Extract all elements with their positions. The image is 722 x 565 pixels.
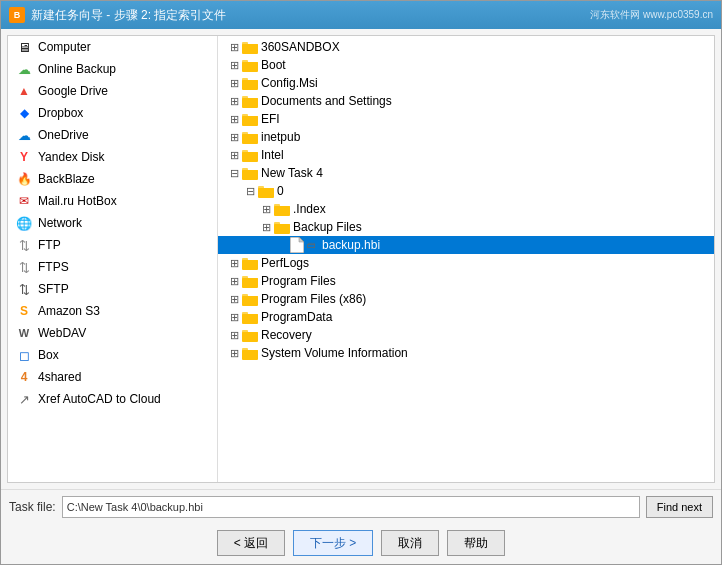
dropbox-icon [16, 105, 32, 121]
sidebar-item-box[interactable]: Box [8, 344, 217, 366]
tree-item-360sandbox[interactable]: 360SANDBOX [218, 38, 714, 56]
sidebar-label-amazon-s3: Amazon S3 [38, 304, 100, 318]
expander-backup-files[interactable] [258, 219, 274, 235]
task-file-input[interactable] [62, 496, 640, 518]
tree-item-efi[interactable]: EFI [218, 110, 714, 128]
tree-item-boot[interactable]: Boot [218, 56, 714, 74]
sidebar-label-network: Network [38, 216, 82, 230]
network-icon [16, 215, 32, 231]
tree-item-recovery[interactable]: Recovery [218, 326, 714, 344]
expander-recovery[interactable] [226, 327, 242, 343]
sidebar-item-webdav[interactable]: WebDAV [8, 322, 217, 344]
folder-icon [242, 274, 258, 288]
sidebar-item-yandex-disk[interactable]: Yandex Disk [8, 146, 217, 168]
sidebar-item-online-backup[interactable]: Online Backup [8, 58, 217, 80]
svg-marker-33 [290, 237, 304, 253]
sidebar-label-google-drive: Google Drive [38, 84, 108, 98]
svg-rect-52 [242, 350, 258, 359]
expander-backup-hbi [274, 237, 290, 253]
sidebar-label-computer: Computer [38, 40, 91, 54]
sidebar-item-ftp[interactable]: FTP [8, 234, 217, 256]
expander-new-task-4[interactable] [226, 165, 242, 181]
tree-item-new-task-4[interactable]: New Task 4 [218, 164, 714, 182]
expander-config-msi[interactable] [226, 75, 242, 91]
sidebar-item-4shared[interactable]: 4shared [8, 366, 217, 388]
folder-icon [274, 202, 290, 216]
google-icon [16, 83, 32, 99]
svg-rect-5 [242, 62, 258, 71]
help-button[interactable]: 帮助 [447, 530, 505, 556]
tree-label-boot: Boot [261, 58, 286, 72]
sidebar-item-google-drive[interactable]: Google Drive [8, 80, 217, 102]
expander-inetpub[interactable] [226, 129, 242, 145]
find-next-button[interactable]: Find next [646, 496, 713, 518]
back-button[interactable]: < 返回 [217, 530, 285, 556]
sidebar-item-backblaze[interactable]: BackBlaze [8, 168, 217, 190]
folder-icon [242, 346, 258, 360]
svg-rect-32 [274, 224, 290, 233]
expander-intel[interactable] [226, 147, 242, 163]
tree-item-intel[interactable]: Intel [218, 146, 714, 164]
sidebar-label-ftp: FTP [38, 238, 61, 252]
sidebar-item-mail-hotbox[interactable]: Mail.ru HotBox [8, 190, 217, 212]
tree-label-inetpub: inetpub [261, 130, 300, 144]
sidebar-item-dropbox[interactable]: Dropbox [8, 102, 217, 124]
sidebar-label-webdav: WebDAV [38, 326, 86, 340]
tree-item-system-volume[interactable]: System Volume Information [218, 344, 714, 362]
expander-documents-settings[interactable] [226, 93, 242, 109]
tree-item-config-msi[interactable]: Config.Msi [218, 74, 714, 92]
folder-icon [242, 292, 258, 306]
sidebar-item-onedrive[interactable]: OneDrive [8, 124, 217, 146]
mail-icon [16, 193, 32, 209]
task-file-label: Task file: [9, 500, 56, 514]
folder-icon [242, 76, 258, 90]
expander-boot[interactable] [226, 57, 242, 73]
sidebar-label-box: Box [38, 348, 59, 362]
left-panel: ComputerOnline BackupGoogle DriveDropbox… [8, 36, 218, 482]
folder-icon [258, 184, 274, 198]
sidebar-item-network[interactable]: Network [8, 212, 217, 234]
tree-item-perflogs[interactable]: PerfLogs [218, 254, 714, 272]
tree-label-zero: 0 [277, 184, 284, 198]
tree-label-new-task-4: New Task 4 [261, 166, 323, 180]
tree-item-program-files-x86[interactable]: Program Files (x86) [218, 290, 714, 308]
folder-icon [242, 256, 258, 270]
sidebar-item-amazon-s3[interactable]: Amazon S3 [8, 300, 217, 322]
ftp-icon [16, 259, 32, 275]
expander-program-files-x86[interactable] [226, 291, 242, 307]
sidebar-item-xref[interactable]: Xref AutoCAD to Cloud [8, 388, 217, 410]
tree-label-backup-files: Backup Files [293, 220, 362, 234]
expander-perflogs[interactable] [226, 255, 242, 271]
tree-item-zero[interactable]: 0 [218, 182, 714, 200]
expander-dot-index[interactable] [258, 201, 274, 217]
tree-item-program-files[interactable]: Program Files [218, 272, 714, 290]
tree-item-backup-hbi[interactable]: 🗃backup.hbi [218, 236, 714, 254]
expander-360sandbox[interactable] [226, 39, 242, 55]
svg-rect-49 [242, 332, 258, 341]
tree-item-dot-index[interactable]: .Index [218, 200, 714, 218]
folder-icon [242, 112, 258, 126]
tree-item-inetpub[interactable]: inetpub [218, 128, 714, 146]
sidebar-item-computer[interactable]: Computer [8, 36, 217, 58]
expander-zero[interactable] [242, 183, 258, 199]
backup-icon [16, 61, 32, 77]
tree-item-documents-settings[interactable]: Documents and Settings [218, 92, 714, 110]
expander-program-files[interactable] [226, 273, 242, 289]
next-button[interactable]: 下一步 > [293, 530, 373, 556]
tree-item-backup-files[interactable]: Backup Files [218, 218, 714, 236]
content-area: ComputerOnline BackupGoogle DriveDropbox… [7, 35, 715, 483]
sidebar-item-ftps[interactable]: FTPS [8, 256, 217, 278]
folder-icon [242, 310, 258, 324]
cancel-button[interactable]: 取消 [381, 530, 439, 556]
tree-label-recovery: Recovery [261, 328, 312, 342]
tree-label-program-files: Program Files [261, 274, 336, 288]
svg-rect-26 [258, 188, 274, 197]
expander-system-volume[interactable] [226, 345, 242, 361]
tree-label-perflogs: PerfLogs [261, 256, 309, 270]
sidebar-item-sftp[interactable]: SFTP [8, 278, 217, 300]
tree-label-programdata: ProgramData [261, 310, 332, 324]
expander-efi[interactable] [226, 111, 242, 127]
tree-item-programdata[interactable]: ProgramData [218, 308, 714, 326]
tree-label-efi: EFI [261, 112, 280, 126]
expander-programdata[interactable] [226, 309, 242, 325]
